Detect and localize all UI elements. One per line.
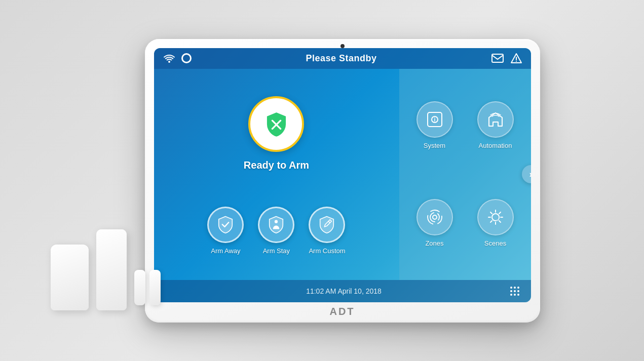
mail-icon[interactable] (491, 54, 504, 63)
grid-icon[interactable] (509, 285, 521, 297)
arm-custom-button[interactable]: Arm Custom (309, 207, 345, 255)
zones-button[interactable]: Zones (409, 199, 460, 247)
shield-status-button[interactable] (248, 96, 304, 152)
sensor-devices (51, 229, 161, 310)
ready-label: Ready to Arm (244, 159, 309, 171)
automation-icon-circle (477, 101, 514, 138)
adt-panel: Please Standby (145, 39, 540, 323)
arm-away-icon (216, 216, 235, 234)
wifi-icon (163, 54, 175, 63)
next-panel-button[interactable]: › (522, 165, 531, 183)
arm-stay-button[interactable]: Arm Stay (258, 207, 294, 255)
quick-row-1: i System (404, 101, 526, 149)
arm-stay-circle (258, 207, 294, 243)
svg-point-23 (510, 290, 512, 292)
zones-icon (426, 208, 444, 226)
main-content: Ready to Arm (154, 69, 531, 280)
status-icons-left (163, 53, 192, 63)
warning-icon[interactable] (511, 53, 522, 63)
svg-point-10 (433, 215, 437, 219)
zones-icon-circle (416, 199, 453, 235)
svg-line-16 (490, 212, 492, 214)
system-label: System (424, 142, 445, 149)
svg-point-20 (510, 287, 512, 289)
svg-rect-0 (492, 54, 503, 62)
status-icons-right (491, 53, 522, 63)
arm-stay-icon (267, 216, 285, 234)
svg-point-27 (514, 294, 516, 296)
arm-custom-label: Arm Custom (309, 247, 345, 255)
arm-stay-label: Arm Stay (263, 247, 290, 255)
svg-point-26 (510, 294, 512, 296)
svg-point-2 (516, 61, 517, 62)
svg-point-25 (517, 290, 519, 292)
quick-row-2: Zones (404, 199, 526, 247)
ring-icon (181, 53, 192, 63)
svg-line-18 (499, 212, 501, 214)
arm-away-button[interactable]: Arm Away (207, 207, 244, 255)
panel-body: Please Standby (145, 39, 540, 323)
door-contacts (134, 270, 161, 305)
arm-away-label: Arm Away (211, 247, 240, 255)
svg-line-19 (490, 221, 492, 222)
datetime-display: 11:02 AM April 10, 2018 (179, 287, 509, 295)
camera (340, 44, 345, 48)
hub-sensor (96, 229, 127, 310)
svg-point-22 (517, 287, 519, 289)
svg-point-24 (514, 290, 516, 292)
scene: Please Standby (0, 0, 644, 361)
scenes-icon (486, 208, 505, 226)
automation-icon (487, 111, 504, 128)
motion-sensor (51, 245, 89, 310)
ready-to-arm-section: Ready to Arm (244, 96, 309, 171)
scenes-icon-circle (477, 199, 514, 235)
system-icon-circle: i (416, 101, 453, 138)
quick-panel: i System (399, 69, 531, 280)
automation-label: Automation (479, 142, 512, 149)
contact-sensor-2 (149, 270, 161, 305)
scenes-button[interactable]: Scenes (470, 199, 521, 247)
svg-line-17 (499, 221, 501, 222)
svg-text:i: i (434, 117, 435, 123)
arm-panel: Ready to Arm (154, 69, 399, 280)
status-title: Please Standby (306, 53, 376, 64)
svg-point-28 (517, 294, 519, 296)
automation-button[interactable]: Automation (470, 101, 521, 149)
zones-label: Zones (425, 239, 443, 247)
status-bar: Please Standby (154, 48, 531, 69)
arm-custom-circle (309, 207, 345, 243)
adt-logo: ADT (329, 306, 355, 317)
svg-point-5 (275, 220, 278, 223)
svg-point-21 (514, 287, 516, 289)
scenes-label: Scenes (484, 239, 506, 247)
system-button[interactable]: i System (409, 101, 460, 149)
touchscreen[interactable]: Please Standby (154, 48, 531, 302)
arm-away-circle (207, 207, 244, 243)
system-icon: i (426, 111, 443, 128)
arm-buttons-row: Arm Away (207, 207, 345, 255)
contact-sensor-1 (134, 270, 145, 305)
arm-custom-icon (318, 216, 336, 234)
bottom-bar: 11:02 AM April 10, 2018 (154, 280, 531, 302)
shield-status-icon (262, 110, 290, 138)
